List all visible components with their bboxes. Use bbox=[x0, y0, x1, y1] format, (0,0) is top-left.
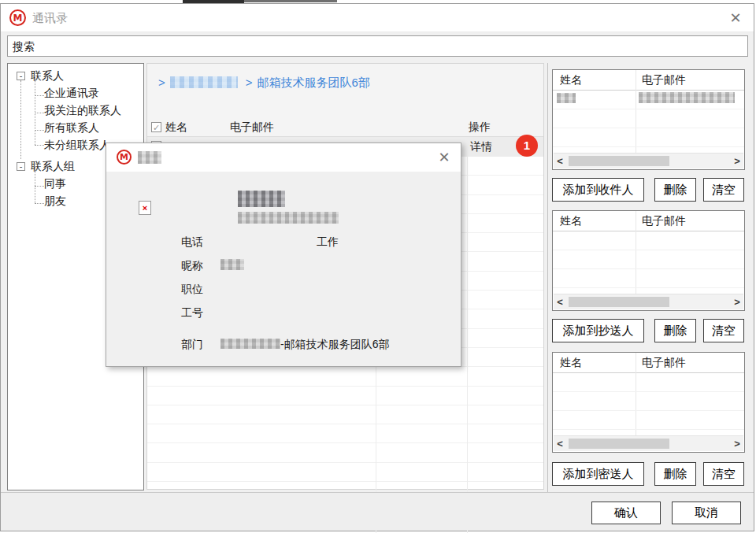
delete-button[interactable]: 删除 bbox=[654, 178, 696, 202]
select-all-checkbox[interactable]: ✓ bbox=[151, 122, 161, 132]
department-value-blurred bbox=[220, 339, 280, 349]
broken-avatar-image-icon: × bbox=[139, 201, 151, 215]
rows-grid bbox=[553, 373, 744, 436]
breadcrumb: >>邮箱技术服务团队6部 bbox=[158, 76, 370, 91]
column-header-email: 电子邮件 bbox=[642, 356, 686, 370]
add-to-recipients-button[interactable]: 添加到收件人 bbox=[552, 178, 644, 202]
horizontal-scrollbar[interactable]: < > bbox=[554, 435, 743, 451]
tree-node-ungrouped-contacts[interactable]: 未分组联系人 bbox=[44, 139, 110, 153]
delete-button[interactable]: 删除 bbox=[654, 319, 696, 342]
close-icon[interactable]: ✕ bbox=[434, 148, 454, 167]
tree-node-enterprise-book[interactable]: 企业通讯录 bbox=[44, 87, 99, 101]
table-header: 姓名 电子邮件 bbox=[553, 70, 744, 91]
tree-node-contact-groups[interactable]: 联系人组 bbox=[31, 160, 75, 174]
field-label-position: 职位 bbox=[181, 283, 203, 297]
scrollbar-thumb[interactable] bbox=[569, 156, 669, 166]
column-header-email: 电子邮件 bbox=[642, 214, 686, 228]
collapse-icon[interactable]: - bbox=[17, 72, 25, 80]
horizontal-scrollbar[interactable]: < > bbox=[554, 153, 743, 168]
column-header-email: 电子邮件 bbox=[230, 120, 274, 135]
detail-link[interactable]: 详情 bbox=[470, 140, 492, 154]
breadcrumb-arrow: > bbox=[158, 76, 165, 89]
column-divider bbox=[467, 137, 468, 533]
close-icon[interactable]: ✕ bbox=[725, 9, 746, 28]
tree-connector bbox=[35, 78, 35, 145]
tree-connector bbox=[35, 145, 44, 146]
column-header-action: 操作 bbox=[469, 120, 491, 135]
breadcrumb-item-team[interactable]: 邮箱技术服务团队6部 bbox=[258, 76, 370, 89]
add-to-bcc-button[interactable]: 添加到密送人 bbox=[552, 462, 644, 486]
mail-master-logo-icon: M bbox=[117, 150, 132, 165]
panel-divider bbox=[547, 63, 548, 492]
address-book-window: M 通讯录 ✕ - 联系人 企业通讯录 我关注的联系人 所有联系人 未分组联系人… bbox=[0, 3, 754, 531]
column-header-name: 姓名 bbox=[560, 214, 582, 228]
tree-node-friends[interactable]: 朋友 bbox=[44, 194, 66, 209]
recipient-email-blurred bbox=[639, 92, 735, 103]
nickname-value-blurred bbox=[220, 259, 244, 270]
column-header-email: 电子邮件 bbox=[642, 73, 686, 87]
scroll-right-icon[interactable]: > bbox=[731, 436, 743, 451]
delete-button[interactable]: 删除 bbox=[654, 462, 696, 486]
add-to-cc-button[interactable]: 添加到抄送人 bbox=[552, 319, 644, 342]
contact-name-blurred bbox=[238, 191, 285, 207]
scroll-left-icon[interactable]: < bbox=[554, 154, 566, 168]
tree-connector bbox=[35, 186, 44, 187]
tree-node-colleagues[interactable]: 同事 bbox=[44, 177, 66, 191]
tree-connector bbox=[35, 95, 44, 96]
clear-button[interactable]: 清空 bbox=[703, 462, 744, 486]
scroll-left-icon[interactable]: < bbox=[554, 294, 566, 309]
field-label-work: 工作 bbox=[317, 235, 339, 250]
contact-detail-dialog: M ✕ × 电话 工作 昵称 职位 工号 部门 -邮箱技术服务团队6部 bbox=[106, 143, 461, 367]
table-header: 姓名 电子邮件 bbox=[553, 211, 744, 231]
collapse-icon[interactable]: - bbox=[17, 162, 25, 171]
window-title: 通讯录 bbox=[32, 11, 68, 26]
breadcrumb-arrow: > bbox=[246, 76, 253, 89]
recipients-cc-table: 姓名 电子邮件 < > bbox=[552, 210, 745, 311]
column-header-name: 姓名 bbox=[560, 356, 582, 370]
clear-button[interactable]: 清空 bbox=[703, 319, 744, 342]
tree-connector bbox=[35, 203, 44, 204]
tree-node-contacts[interactable]: 联系人 bbox=[31, 69, 64, 83]
background-window-remnant bbox=[244, 0, 337, 2]
confirm-button[interactable]: 确认 bbox=[591, 502, 661, 524]
dialog-title-bar: M ✕ bbox=[106, 143, 461, 172]
tree-connector bbox=[35, 130, 44, 131]
recipient-name-blurred bbox=[557, 93, 576, 103]
department-value-suffix: -邮箱技术服务团队6部 bbox=[280, 338, 389, 352]
breadcrumb-item-blurred[interactable] bbox=[170, 76, 238, 88]
scroll-right-icon[interactable]: > bbox=[731, 294, 743, 309]
dialog-title-blurred bbox=[138, 151, 161, 164]
cancel-button[interactable]: 取消 bbox=[672, 502, 741, 524]
scroll-left-icon[interactable]: < bbox=[554, 436, 566, 451]
column-header-name: 姓名 bbox=[165, 120, 187, 135]
search-input[interactable] bbox=[7, 35, 748, 57]
tree-connector bbox=[20, 80, 21, 159]
scrollbar-thumb[interactable] bbox=[569, 439, 669, 449]
field-label-department: 部门 bbox=[181, 338, 203, 352]
tree-node-all-contacts[interactable]: 所有联系人 bbox=[44, 121, 99, 135]
field-label-phone: 电话 bbox=[181, 235, 203, 250]
tree-node-followed-contacts[interactable]: 我关注的联系人 bbox=[44, 104, 121, 118]
title-bar: M 通讯录 ✕ bbox=[1, 4, 754, 32]
recipients-bcc-table: 姓名 电子邮件 < > bbox=[552, 352, 745, 453]
field-label-nickname: 昵称 bbox=[181, 259, 203, 273]
rows-grid bbox=[553, 231, 744, 294]
horizontal-scrollbar[interactable]: < > bbox=[554, 294, 743, 309]
recipients-to-table: 姓名 电子邮件 < > bbox=[552, 69, 745, 170]
table-header: 姓名 电子邮件 bbox=[553, 353, 744, 373]
field-label-employee-id: 工号 bbox=[181, 306, 203, 320]
tree-connector bbox=[35, 113, 44, 113]
scrollbar-thumb[interactable] bbox=[569, 297, 669, 307]
scroll-right-icon[interactable]: > bbox=[731, 154, 743, 168]
clear-button[interactable]: 清空 bbox=[703, 178, 744, 202]
contact-table-header: ✓ 姓名 电子邮件 操作 bbox=[147, 119, 543, 137]
count-badge: 1 bbox=[516, 135, 538, 157]
contact-email-blurred bbox=[238, 212, 339, 224]
mail-master-logo-icon: M bbox=[9, 9, 26, 26]
column-header-name: 姓名 bbox=[560, 73, 582, 87]
